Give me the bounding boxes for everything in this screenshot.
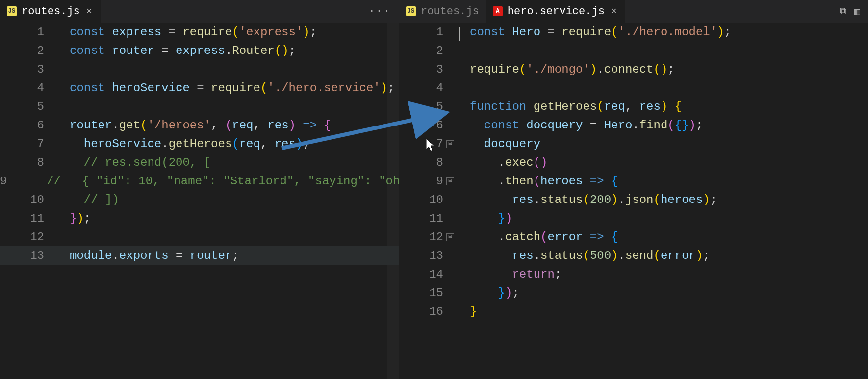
code-line[interactable]: 9 .then(heroes => { xyxy=(399,172,868,190)
code-content[interactable]: const heroService = require('./hero.serv… xyxy=(55,81,395,95)
line-number: 10 xyxy=(0,193,55,206)
js-icon: JS xyxy=(406,6,416,16)
code-line[interactable]: 10 // ]) xyxy=(0,190,399,209)
code-content[interactable]: function getHeroes(req, res) { xyxy=(454,100,682,113)
editor-right[interactable]: 1const Hero = require('./hero.model');23… xyxy=(399,23,868,379)
editor-left[interactable]: 1const express = require('express');2con… xyxy=(0,23,399,379)
line-number: 4 xyxy=(399,81,454,95)
tab-actions-right: ⧉ ▥ xyxy=(832,5,868,18)
code-line[interactable]: 1const express = require('express'); xyxy=(0,23,399,41)
text-cursor xyxy=(459,27,460,41)
split-layout-icon[interactable]: ▥ xyxy=(854,5,860,18)
code-line[interactable]: 5function getHeroes(req, res) { xyxy=(399,97,868,116)
line-number: 13 xyxy=(399,249,454,262)
code-line[interactable]: 4const heroService = require('./hero.ser… xyxy=(0,78,399,97)
code-content[interactable]: .exec() xyxy=(454,156,547,169)
code-line[interactable]: 5 xyxy=(0,97,399,116)
close-icon[interactable]: × xyxy=(610,7,618,16)
code-line[interactable]: 12 .catch(error => { xyxy=(399,227,868,246)
code-content[interactable]: res.status(500).send(error); xyxy=(454,249,710,262)
line-number: 4 xyxy=(0,81,55,95)
line-number: 11 xyxy=(399,212,454,225)
code-line[interactable]: 10 res.status(200).json(heroes); xyxy=(399,190,868,209)
code-content[interactable]: return; xyxy=(454,268,562,281)
code-content[interactable]: const docquery = Hero.find({}); xyxy=(454,119,703,132)
tab-label: routes.js xyxy=(421,5,479,18)
code-line[interactable]: 12 xyxy=(0,227,399,246)
code-content[interactable]: }); xyxy=(454,286,519,300)
code-content[interactable]: res.status(200).json(heroes); xyxy=(454,193,717,206)
code-line[interactable]: 15 }); xyxy=(399,283,868,302)
code-content[interactable]: // { "id": 10, "name": "Starlord", "sayi… xyxy=(18,175,399,188)
line-number: 10 xyxy=(399,193,454,206)
code-content[interactable]: }); xyxy=(55,212,91,225)
line-number: 5 xyxy=(399,100,454,113)
close-icon[interactable]: × xyxy=(85,7,94,16)
code-content[interactable]: .then(heroes => { xyxy=(454,175,618,188)
code-content[interactable]: heroService.getHeroes(req, res); xyxy=(55,137,310,151)
tab-hero-service[interactable]: A hero.service.js × xyxy=(486,0,625,23)
code-content[interactable]: docquery xyxy=(454,137,540,151)
code-line[interactable]: 2const router = express.Router(); xyxy=(0,41,399,60)
more-icon[interactable]: ··· xyxy=(368,5,391,18)
line-number: 13 xyxy=(0,249,55,262)
line-number: 3 xyxy=(0,63,55,76)
js-icon: JS xyxy=(7,6,17,16)
code-line[interactable]: 7 docquery xyxy=(399,134,868,153)
code-content[interactable]: // res.send(200, [ xyxy=(55,156,211,169)
tab-routes-left[interactable]: JS routes.js × xyxy=(0,0,101,23)
code-content[interactable]: const Hero = require('./hero.model'); xyxy=(454,25,731,39)
angular-icon: A xyxy=(493,6,503,16)
tab-bar-right: JS routes.js A hero.service.js × ⧉ ▥ xyxy=(399,0,868,23)
workbench: JS routes.js × ··· 1const express = requ… xyxy=(0,0,868,379)
code-line[interactable]: 16} xyxy=(399,302,868,321)
fold-icon[interactable]: ⊟ xyxy=(446,233,454,241)
code-line[interactable]: 8 .exec() xyxy=(399,153,868,172)
line-number: 8 xyxy=(399,156,454,169)
code-line[interactable]: 8 // res.send(200, [ xyxy=(0,153,399,172)
line-number: 2 xyxy=(0,44,55,57)
code-content[interactable]: }) xyxy=(454,212,512,225)
line-number: 9 xyxy=(0,175,18,188)
code-line[interactable]: 14 return; xyxy=(399,265,868,283)
tab-actions-left: ··· xyxy=(360,5,399,18)
code-line[interactable]: 13 res.status(500).send(error); xyxy=(399,246,868,265)
line-number: 3 xyxy=(399,63,454,76)
code-line[interactable]: 4 xyxy=(399,78,868,97)
code-content[interactable]: router.get('/heroes', (req, res) => { xyxy=(55,119,331,132)
code-line[interactable]: 7 heroService.getHeroes(req, res); xyxy=(0,134,399,153)
code-line[interactable]: 11 }) xyxy=(399,209,868,227)
code-line[interactable]: 3require('./mongo').connect(); xyxy=(399,60,868,78)
code-line[interactable]: 13module.exports = router; xyxy=(0,246,399,265)
line-number: 11 xyxy=(0,212,55,225)
line-number: 6 xyxy=(399,119,454,132)
code-content[interactable]: } xyxy=(454,305,477,318)
code-content[interactable]: module.exports = router; xyxy=(55,249,239,262)
line-number: 2 xyxy=(399,44,454,57)
code-line[interactable]: 1const Hero = require('./hero.model'); xyxy=(399,23,868,41)
code-content[interactable]: // ]) xyxy=(55,193,119,206)
fold-icon[interactable]: ⊟ xyxy=(446,177,454,185)
line-number: 5 xyxy=(0,100,55,113)
code-line[interactable]: 6 const docquery = Hero.find({}); xyxy=(399,116,868,134)
tab-routes-right[interactable]: JS routes.js xyxy=(399,0,486,23)
fold-icon[interactable]: ⊟ xyxy=(446,140,454,148)
editor-pane-left: JS routes.js × ··· 1const express = requ… xyxy=(0,0,399,379)
code-line[interactable]: 9 // { "id": 10, "name": "Starlord", "sa… xyxy=(0,172,399,190)
code-line[interactable]: 2 xyxy=(399,41,868,60)
line-number: 8 xyxy=(0,156,55,169)
code-content[interactable]: const express = require('express'); xyxy=(55,25,317,39)
code-content[interactable]: require('./mongo').connect(); xyxy=(454,63,675,76)
code-content[interactable]: .catch(error => { xyxy=(454,230,618,244)
line-number: 1 xyxy=(399,25,454,39)
line-number: 1 xyxy=(0,25,55,39)
code-line[interactable]: 3 xyxy=(0,60,399,78)
line-number: 7 xyxy=(0,137,55,151)
code-line[interactable]: 11}); xyxy=(0,209,399,227)
line-number: 6 xyxy=(0,119,55,132)
editor-pane-right: JS routes.js A hero.service.js × ⧉ ▥ 1co… xyxy=(399,0,868,379)
code-line[interactable]: 6router.get('/heroes', (req, res) => { xyxy=(0,116,399,134)
code-content[interactable]: const router = express.Router(); xyxy=(55,44,296,57)
tab-label: hero.service.js xyxy=(508,5,605,18)
compare-icon[interactable]: ⧉ xyxy=(840,6,846,17)
